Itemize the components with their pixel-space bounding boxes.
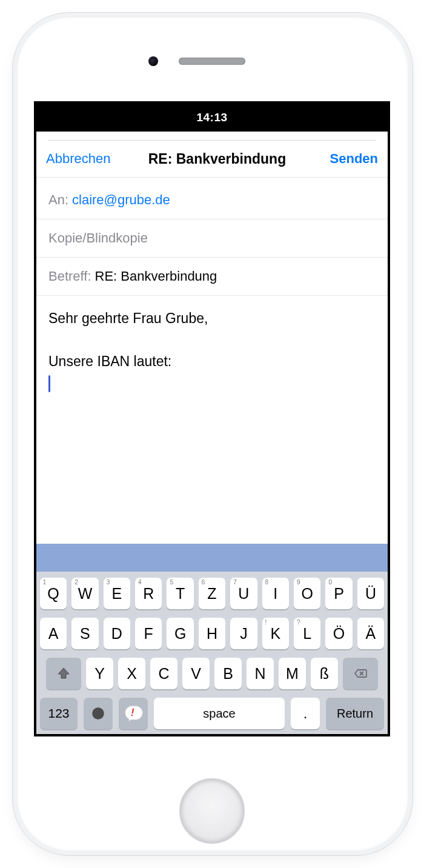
message-body[interactable]: Sehr geehrte Frau Grube, Unsere IBAN lau…	[36, 296, 388, 409]
key-b[interactable]: B	[214, 658, 242, 689]
body-line-2: Unsere IBAN lautet:	[48, 351, 376, 373]
key-hint: 0	[328, 579, 332, 586]
key-hint: !	[265, 619, 267, 626]
key-h[interactable]: H	[199, 618, 225, 649]
key-p[interactable]: P0	[325, 578, 352, 609]
text-cursor-line	[48, 373, 376, 397]
screen: 14:13 Abbrechen RE: Bankverbindung Sende…	[34, 101, 390, 736]
body-blank-line	[48, 330, 376, 352]
home-button[interactable]	[179, 778, 245, 844]
key-ü[interactable]: Ü	[357, 578, 384, 609]
globe-icon	[91, 706, 105, 721]
key-c[interactable]: C	[150, 658, 177, 689]
key-q[interactable]: Q1	[40, 578, 67, 609]
globe-key[interactable]	[84, 698, 113, 729]
subject-value: RE: Bankverbindung	[95, 269, 217, 284]
key-hint: 4	[138, 579, 142, 586]
backspace-icon	[353, 666, 368, 681]
speech-bubble-icon: !	[124, 706, 142, 721]
keyboard-container: Q1W2E3R4T5Z6U7I8O9P0Ü ASDFGHJK!L?ÖÄ YXCV…	[36, 544, 388, 734]
ccbcc-field-row[interactable]: Kopie/Blindkopie	[36, 219, 388, 258]
keyboard-row-1: Q1W2E3R4T5Z6U7I8O9P0Ü	[40, 578, 384, 609]
key-x[interactable]: X	[118, 658, 145, 689]
key-ö[interactable]: Ö	[325, 618, 352, 649]
key-hint: 7	[233, 579, 237, 586]
keyboard-row-4: 123	[40, 698, 384, 729]
status-bar: 14:13	[36, 104, 388, 132]
subject-label: Betreff:	[48, 269, 91, 284]
text-cursor-icon	[48, 375, 50, 392]
key-hint: 3	[107, 579, 110, 586]
keyboard: Q1W2E3R4T5Z6U7I8O9P0Ü ASDFGHJK!L?ÖÄ YXCV…	[36, 572, 388, 734]
key-hint: 2	[75, 579, 78, 586]
key-hint: 6	[202, 579, 205, 586]
compose-nav-bar: Abbrechen RE: Bankverbindung Senden	[36, 141, 388, 178]
front-camera-icon	[148, 56, 158, 66]
key-hint: ?	[297, 619, 300, 626]
key-z[interactable]: Z6	[199, 578, 225, 609]
shift-key[interactable]	[46, 658, 81, 689]
status-time: 14:13	[196, 111, 227, 124]
key-w[interactable]: W2	[71, 578, 98, 609]
shift-icon	[56, 666, 71, 681]
to-label: An:	[48, 192, 68, 208]
earpiece-speaker-icon	[179, 58, 245, 65]
key-l[interactable]: L?	[294, 618, 320, 649]
key-i[interactable]: I8	[262, 578, 289, 609]
key-s[interactable]: S	[71, 618, 98, 649]
keyboard-accessory-bar[interactable]	[36, 544, 388, 572]
key-j[interactable]: J	[230, 618, 257, 649]
period-key[interactable]: .	[291, 698, 320, 729]
key-hint: 8	[265, 579, 269, 586]
to-value[interactable]: claire@grube.de	[72, 192, 170, 208]
to-field-row[interactable]: An: claire@grube.de	[36, 178, 388, 219]
space-key[interactable]: space	[154, 698, 285, 729]
key-v[interactable]: V	[182, 658, 210, 689]
key-ä[interactable]: Ä	[357, 618, 384, 649]
ccbcc-label: Kopie/Blindkopie	[48, 230, 148, 246]
device-frame: 14:13 Abbrechen RE: Bankverbindung Sende…	[0, 0, 424, 868]
numbers-key[interactable]: 123	[40, 698, 78, 729]
keyboard-row-2: ASDFGHJK!L?ÖÄ	[40, 618, 384, 649]
key-d[interactable]: D	[104, 618, 130, 649]
sheet-background-edge	[48, 132, 376, 141]
body-line-1: Sehr geehrte Frau Grube,	[48, 308, 376, 330]
key-g[interactable]: G	[167, 618, 193, 649]
key-hint: 1	[43, 579, 47, 586]
nav-title: RE: Bankverbindung	[104, 151, 330, 167]
key-e[interactable]: E3	[104, 578, 130, 609]
key-ß[interactable]: ß	[311, 658, 338, 689]
key-n[interactable]: N	[247, 658, 274, 689]
key-r[interactable]: R4	[135, 578, 162, 609]
send-button[interactable]: Senden	[330, 151, 378, 167]
keyboard-row-3: YXCVBNMß	[40, 658, 384, 689]
key-k[interactable]: K!	[262, 618, 289, 649]
dictation-key[interactable]: !	[119, 698, 148, 729]
key-o[interactable]: O9	[294, 578, 320, 609]
key-m[interactable]: M	[279, 658, 306, 689]
key-hint: 5	[170, 579, 173, 586]
header-fields: An: claire@grube.de Kopie/Blindkopie Bet…	[36, 178, 388, 296]
backspace-key[interactable]	[343, 658, 378, 689]
key-a[interactable]: A	[40, 618, 67, 649]
key-y[interactable]: Y	[86, 658, 113, 689]
return-key[interactable]: Return	[326, 698, 384, 729]
subject-field-row[interactable]: Betreff: RE: Bankverbindung	[36, 258, 388, 296]
key-t[interactable]: T5	[167, 578, 193, 609]
key-hint: 9	[297, 579, 300, 586]
cancel-button[interactable]: Abbrechen	[46, 151, 110, 167]
key-f[interactable]: F	[135, 618, 162, 649]
key-u[interactable]: U7	[230, 578, 257, 609]
